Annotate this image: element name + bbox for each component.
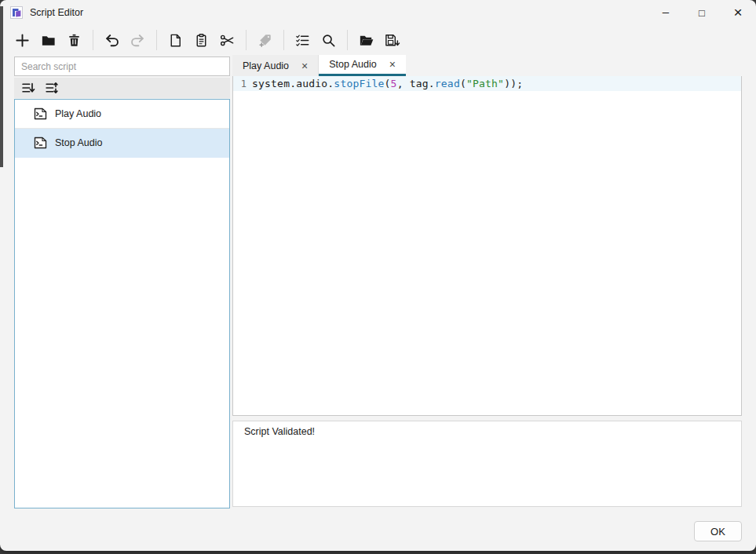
list-item-stop-audio[interactable]: Stop Audio [15, 129, 229, 158]
undo-button[interactable] [100, 29, 123, 52]
window-title: Script Editor [30, 7, 83, 18]
folder-icon [40, 32, 57, 49]
delete-button[interactable] [63, 29, 86, 52]
open-button[interactable] [355, 29, 378, 52]
save-export-button[interactable] [381, 29, 404, 52]
maximize-button[interactable]: □ [684, 0, 720, 25]
sort-descending-icon [21, 81, 35, 95]
tab-label: Play Audio [243, 60, 289, 71]
app-logo-icon [10, 6, 23, 19]
list-item-label: Stop Audio [55, 137, 102, 148]
toolbar [11, 27, 404, 53]
checklist-button[interactable] [291, 29, 314, 52]
add-tag-button[interactable] [254, 29, 276, 52]
redo-icon [130, 32, 146, 49]
toolbar-separator [156, 30, 157, 50]
code-line: 1 system.audio.stopFile(5, tag.read("Pat… [233, 76, 741, 91]
toolbar-separator [347, 30, 348, 50]
cut-button[interactable] [216, 29, 239, 52]
sort-descending-button[interactable] [20, 80, 36, 96]
minimize-icon: – [663, 5, 669, 18]
line-number: 1 [236, 78, 247, 89]
search-button[interactable] [317, 29, 340, 52]
list-item-play-audio[interactable]: Play Audio [15, 100, 229, 129]
close-icon: × [733, 4, 742, 21]
script-editor-window: Script Editor – □ × [0, 0, 756, 551]
background-window-edge [0, 6, 3, 167]
close-button[interactable]: × [720, 0, 756, 25]
toolbar-separator [246, 30, 247, 50]
sort-up-down-icon [45, 81, 59, 95]
list-toolbar [14, 78, 230, 98]
tab-close-icon[interactable]: × [389, 59, 396, 70]
window-controls: – □ × [648, 0, 756, 25]
title-bar: Script Editor – □ × [0, 0, 756, 25]
toolbar-separator [93, 30, 93, 50]
code-editor[interactable]: 1 system.audio.stopFile(5, tag.read("Pat… [232, 76, 742, 416]
tab-label: Stop Audio [329, 59, 376, 70]
editor-tab-bar: Play Audio × Stop Audio × [232, 55, 406, 76]
ok-button[interactable]: OK [694, 521, 742, 541]
minimize-button[interactable]: – [648, 0, 684, 25]
redo-button[interactable] [126, 29, 149, 52]
maximize-icon: □ [699, 7, 705, 19]
add-script-button[interactable] [11, 29, 34, 52]
tab-play-audio[interactable]: Play Audio × [232, 55, 319, 76]
copy-icon [167, 32, 184, 49]
search-icon [320, 32, 337, 49]
status-message: Script Validated! [244, 426, 315, 437]
copy-button[interactable] [164, 29, 187, 52]
undo-icon [104, 32, 120, 49]
tag-plus-icon [257, 32, 273, 49]
plus-icon [14, 32, 31, 49]
paste-button[interactable] [190, 29, 213, 52]
folder-open-icon [358, 32, 374, 49]
paste-icon [193, 32, 210, 49]
script-file-icon [34, 108, 48, 120]
list-item-label: Play Audio [55, 108, 101, 119]
script-list: Play Audio Stop Audio [14, 99, 230, 508]
tab-close-icon[interactable]: × [301, 60, 308, 71]
script-file-icon [34, 137, 48, 149]
trash-icon [66, 32, 82, 49]
folder-button[interactable] [37, 29, 60, 52]
code-line-content: system.audio.stopFile(5, tag.read("Path"… [252, 78, 523, 89]
validation-panel: Script Validated! [232, 421, 742, 507]
save-export-icon [384, 32, 400, 49]
toolbar-separator [283, 30, 284, 50]
search-input[interactable] [14, 56, 230, 76]
sort-up-down-button[interactable] [44, 80, 60, 96]
scissors-icon [219, 32, 236, 49]
script-browser-panel: Play Audio Stop Audio [14, 56, 230, 508]
tab-stop-audio[interactable]: Stop Audio × [319, 55, 406, 76]
checklist-icon [294, 32, 311, 49]
